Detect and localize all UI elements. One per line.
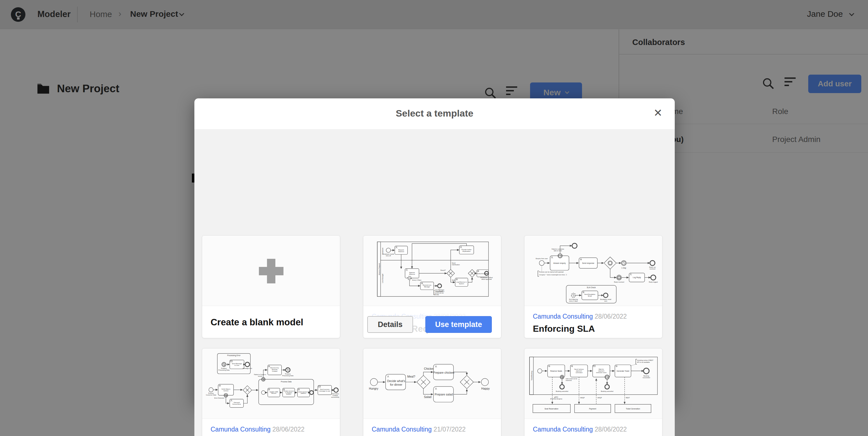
svg-text:Absence: Absence bbox=[398, 251, 404, 252]
svg-text:Booking cancelled: Booking cancelled bbox=[601, 390, 613, 392]
template-date: 21/07/2022 bbox=[433, 426, 466, 433]
card-footer: Camunda Consulting 21/07/2022 Human Task… bbox=[363, 419, 501, 436]
svg-text:reserved: reserved bbox=[565, 380, 571, 381]
svg-text:Clarification: Clarification bbox=[452, 264, 460, 265]
svg-text:TicketBooking: TicketBooking bbox=[531, 371, 533, 380]
svg-text:API is not available: API is not available bbox=[637, 361, 650, 363]
close-icon[interactable]: ✕ bbox=[651, 106, 665, 120]
svg-text:Absence Request: Absence Request bbox=[378, 263, 380, 275]
dialog-title: Select a template bbox=[194, 98, 675, 119]
svg-text:Payment: Payment bbox=[589, 408, 596, 410]
template-date: 28/06/2022 bbox=[595, 426, 627, 433]
svg-text:Meal?: Meal? bbox=[407, 375, 415, 378]
svg-text:Correct: Correct bbox=[223, 390, 228, 391]
select-template-dialog: Select a template ✕ Create a blank model… bbox=[194, 98, 675, 404]
svg-text:Log Reply: Log Reply bbox=[633, 277, 641, 279]
template-author-link[interactable]: Camunda Consulting bbox=[533, 313, 593, 320]
svg-text:{"enquiry": "some meaningful t: {"enquiry": "some meaningful text here..… bbox=[539, 274, 567, 275]
template-card-ticket-booking[interactable]: TicketBooking Reserve Seats seat could n… bbox=[524, 348, 662, 436]
card-title: Enforcing SLA bbox=[533, 324, 654, 334]
bpmn-diagram-error-handling: Processing Error Problem Processing Data… bbox=[202, 349, 340, 419]
bpmn-diagram-ticket-booking: TicketBooking Reserve Seats seat could n… bbox=[525, 349, 662, 419]
plus-icon bbox=[259, 259, 283, 283]
template-card-absence-request[interactable]: Absence Request Employee Line Manager Em… bbox=[363, 235, 501, 338]
svg-text:Message sent: Message sent bbox=[243, 368, 252, 369]
template-card-enforcing-sla[interactable]: Enquiry from user Answer enquiry Failed … bbox=[524, 235, 662, 338]
svg-text:Enquiry from user: Enquiry from user bbox=[536, 258, 548, 259]
svg-text:Processing Data: Processing Data bbox=[218, 369, 229, 371]
template-author-link[interactable]: Camunda Consulting bbox=[211, 426, 271, 433]
svg-text:(Pub/Sub Engine): (Pub/Sub Engine) bbox=[550, 398, 562, 400]
svg-text:platform: platform bbox=[301, 393, 306, 394]
template-author-link[interactable]: Camunda Consulting bbox=[372, 426, 432, 433]
card-preview bbox=[202, 236, 340, 306]
template-card-blank[interactable]: Create a blank model bbox=[202, 235, 340, 338]
card-footer: Camunda Consulting 28/06/2022 Enforcing … bbox=[525, 306, 662, 338]
svg-text:Process can be started with pa: Process can be started with payload: bbox=[539, 271, 564, 273]
svg-text:Including retries if REST: Including retries if REST bbox=[637, 359, 653, 361]
svg-text:record: record bbox=[258, 375, 262, 377]
svg-text:Line Manager: Line Manager bbox=[382, 273, 383, 283]
template-card-error-handling[interactable]: Processing Error Problem Processing Data… bbox=[202, 348, 340, 436]
template-author-link[interactable]: Camunda Consulting bbox=[533, 426, 593, 433]
svg-text:time off: time off bbox=[386, 255, 391, 257]
svg-text:Booking cancelled: Booking cancelled bbox=[556, 390, 568, 392]
svg-text:System: System bbox=[459, 283, 464, 285]
svg-text:Created: Created bbox=[272, 370, 277, 372]
svg-text:AMQP: AMQP bbox=[597, 397, 602, 399]
bpmn-diagram-enforcing-sla: Enquiry from user Answer enquiry Failed … bbox=[525, 236, 662, 306]
svg-text:Prepare chicken: Prepare chicken bbox=[433, 371, 455, 374]
svg-text:Notify Employee: Notify Employee bbox=[477, 273, 488, 274]
svg-text:every 2 days: every 2 days bbox=[569, 300, 578, 302]
svg-text:Every 2 Days: Every 2 Days bbox=[412, 279, 422, 281]
card-preview: Processing Error Problem Processing Data… bbox=[202, 349, 340, 419]
card-preview: Absence Request Employee Line Manager Em… bbox=[363, 236, 501, 306]
template-date: 28/06/2022 bbox=[272, 426, 304, 433]
svg-text:Customer Data: Customer Data bbox=[206, 394, 216, 396]
card-title: Create a blank model bbox=[211, 306, 332, 338]
svg-text:Generate Ticket: Generate Ticket bbox=[617, 370, 629, 372]
svg-text:Reserve Seats: Reserve Seats bbox=[550, 370, 562, 372]
svg-text:Ticket Generation: Ticket Generation bbox=[626, 408, 640, 410]
template-date: 28/06/2022 bbox=[595, 313, 627, 320]
svg-text:System: System bbox=[286, 393, 291, 395]
svg-text:Explanation: Explanation bbox=[463, 251, 471, 252]
svg-text:AMQP: AMQP bbox=[580, 397, 585, 399]
svg-text:task on time: task on time bbox=[554, 250, 562, 252]
svg-text:Decide what's: Decide what's bbox=[387, 380, 405, 383]
svg-text:sent: sent bbox=[604, 300, 608, 302]
svg-text:Result?: Result? bbox=[440, 269, 446, 271]
svg-text:retrieved' event: retrieved' event bbox=[596, 372, 607, 373]
svg-text:Send response: Send response bbox=[582, 262, 594, 264]
use-template-button[interactable]: Use template bbox=[425, 316, 492, 333]
svg-text:Process Data: Process Data bbox=[281, 381, 292, 383]
svg-text:Prepare salad: Prepare salad bbox=[435, 393, 453, 396]
svg-text:1 Day: 1 Day bbox=[621, 267, 626, 269]
svg-text:Processing Error: Processing Error bbox=[227, 354, 241, 357]
svg-text:successfully: successfully bbox=[331, 396, 339, 398]
details-button[interactable]: Details bbox=[367, 316, 413, 333]
card-footer: Camunda Consulting 28/06/2022 Ticket Boo… bbox=[525, 419, 662, 436]
svg-text:for dinner: for dinner bbox=[390, 383, 402, 386]
template-card-human-task-tutorial[interactable]: Hungry Decide what's for dinner Meal? Ch… bbox=[363, 348, 501, 436]
svg-text:about approval: about approval bbox=[482, 279, 492, 280]
svg-text:Hungry: Hungry bbox=[369, 387, 378, 390]
dialog-header: Select a template ✕ bbox=[194, 98, 675, 129]
svg-text:command: command bbox=[576, 372, 582, 373]
svg-text:to User: to User bbox=[235, 365, 240, 366]
svg-text:message to user: message to user bbox=[319, 390, 331, 392]
svg-text:Processing Data: Processing Data bbox=[282, 375, 293, 376]
bpmn-diagram-absence-request: Absence Request Employee Line Manager Em… bbox=[363, 236, 501, 306]
svg-text:Happy: Happy bbox=[481, 387, 490, 390]
svg-text:Salad: Salad bbox=[424, 396, 432, 399]
svg-text:Absence: Absence bbox=[409, 273, 415, 275]
svg-text:REST: REST bbox=[626, 397, 630, 399]
svg-text:Reply logged: Reply logged bbox=[649, 281, 658, 283]
svg-text:Reply received: Reply received bbox=[614, 281, 624, 283]
svg-text:Record: Record bbox=[272, 393, 276, 394]
svg-text:succeeded: succeeded bbox=[643, 377, 650, 378]
svg-text:Seat Reservation: Seat Reservation bbox=[545, 408, 559, 410]
svg-text:Answer enquiry: Answer enquiry bbox=[553, 262, 566, 264]
svg-text:Manager: Manager bbox=[424, 286, 430, 288]
svg-text:Chicken: Chicken bbox=[424, 367, 435, 370]
